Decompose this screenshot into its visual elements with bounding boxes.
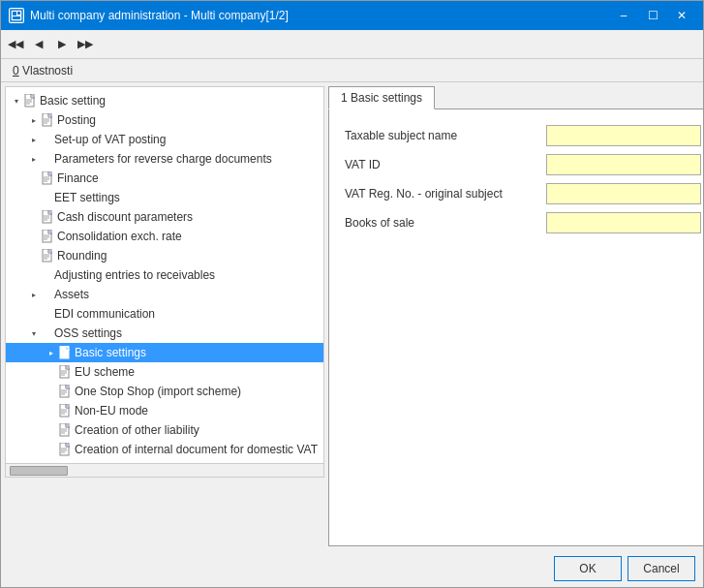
- tree-item-eet[interactable]: EET settings: [6, 188, 323, 207]
- tree-item-assets[interactable]: ▸Assets: [6, 285, 323, 304]
- tree-label-assets: Assets: [54, 288, 89, 301]
- tree-item-creation-internal-doc[interactable]: Creation of internal document for domest…: [6, 440, 323, 459]
- tree-scrollbar-horizontal[interactable]: [5, 464, 324, 478]
- tree-label-edi: EDI communication: [54, 307, 155, 321]
- form-row-books-of-sale: Books of sale: [345, 212, 701, 233]
- tree-arrow-cash-discount[interactable]: [27, 210, 41, 224]
- form-input-taxable-subject-name[interactable]: [546, 125, 701, 146]
- close-button[interactable]: ✕: [668, 5, 695, 26]
- tree-item-edi[interactable]: EDI communication: [6, 304, 323, 324]
- tree-item-rounding[interactable]: Rounding: [6, 246, 323, 265]
- tree-arrow-basic-setting[interactable]: ▾: [10, 94, 23, 108]
- form-label-vat-id: VAT ID: [345, 158, 538, 171]
- tree-arrow-vat-posting[interactable]: ▸: [27, 133, 41, 146]
- tree-item-consolidation[interactable]: Consolidation exch. rate: [6, 227, 323, 246]
- nav-last-button[interactable]: ▶▶: [75, 34, 96, 55]
- tree-arrow-one-stop-shop[interactable]: [45, 385, 58, 398]
- maximize-button[interactable]: ☐: [639, 5, 666, 26]
- tree-item-finance[interactable]: Finance: [6, 169, 323, 188]
- tree-item-one-stop-shop[interactable]: One Stop Shop (import scheme): [6, 382, 323, 401]
- menu-vlastnosti[interactable]: 0 Vlastnosti: [5, 62, 80, 79]
- tree-arrow-reverse-charge[interactable]: ▸: [27, 152, 41, 166]
- form-label-books-of-sale: Books of sale: [345, 216, 538, 230]
- tree-arrow-finance[interactable]: [27, 171, 41, 185]
- main-window: Multi company administration - Multi com…: [0, 0, 704, 588]
- tree-item-creation-other-liability[interactable]: Creation of other liability: [6, 420, 323, 440]
- tree-arrow-consolidation[interactable]: [27, 230, 41, 243]
- tree-label-creation-other-liability: Creation of other liability: [75, 423, 199, 437]
- tree-doc-icon-rounding: [41, 249, 54, 263]
- form-input-vat-id[interactable]: [546, 154, 701, 175]
- nav-first-button[interactable]: ◀◀: [5, 34, 26, 55]
- tree-arrow-eet[interactable]: [27, 191, 41, 204]
- tree-arrow-creation-internal-doc[interactable]: [45, 443, 58, 456]
- tree-label-oss-settings: OSS settings: [54, 326, 122, 340]
- svg-rect-3: [13, 16, 20, 19]
- tree-item-vat-posting[interactable]: ▸Set-up of VAT posting: [6, 130, 323, 149]
- tree-arrow-eu-scheme[interactable]: [45, 365, 58, 379]
- tree-arrow-basic-settings-oss[interactable]: ▸: [45, 346, 58, 359]
- tree-doc-icon-non-eu-mode: [58, 404, 72, 418]
- form-row-taxable-subject-name: Taxable subject name: [345, 125, 701, 146]
- tree-doc-icon-creation-other-liability: [58, 423, 72, 437]
- tree-item-non-eu-mode[interactable]: Non-EU mode: [6, 401, 323, 420]
- tree-label-eu-scheme: EU scheme: [75, 365, 135, 379]
- tree-item-posting[interactable]: ▸ Posting: [6, 110, 323, 130]
- tree-item-reverse-charge[interactable]: ▸Parameters for reverse charge documents: [6, 149, 323, 169]
- tree-label-one-stop-shop: One Stop Shop (import scheme): [75, 385, 241, 398]
- form-row-vat-id: VAT ID: [345, 154, 701, 175]
- tree-arrow-adjusting[interactable]: [27, 268, 41, 282]
- tree-doc-icon-cash-discount: [41, 210, 54, 224]
- tree-label-consolidation: Consolidation exch. rate: [57, 230, 182, 243]
- tree-arrow-posting[interactable]: ▸: [27, 113, 41, 127]
- form-input-books-of-sale[interactable]: [546, 212, 701, 233]
- tab-strip: 1 Basic settings: [328, 86, 703, 108]
- tab-content: Taxable subject nameVAT IDVAT Reg. No. -…: [328, 108, 703, 546]
- nav-next-button[interactable]: ▶: [51, 34, 73, 55]
- tree-label-reverse-charge: Parameters for reverse charge documents: [54, 152, 272, 166]
- nav-prev-button[interactable]: ◀: [28, 34, 49, 55]
- tree-arrow-edi[interactable]: [27, 307, 41, 321]
- tree-arrow-rounding[interactable]: [27, 249, 41, 263]
- tree-arrow-assets[interactable]: ▸: [27, 288, 41, 301]
- tree-item-adjusting[interactable]: Adjusting entries to receivables: [6, 265, 323, 285]
- tree-doc-icon-finance: [41, 171, 54, 185]
- tree-doc-icon-one-stop-shop: [58, 385, 72, 398]
- tree-label-adjusting: Adjusting entries to receivables: [54, 268, 215, 282]
- tree-label-finance: Finance: [57, 171, 99, 185]
- tree-doc-icon-creation-internal-doc: [58, 443, 72, 456]
- form-label-taxable-subject-name: Taxable subject name: [345, 129, 538, 142]
- tree-item-oss-settings[interactable]: ▾OSS settings: [6, 324, 323, 343]
- window-title: Multi company administration - Multi com…: [30, 9, 604, 22]
- svg-rect-2: [17, 12, 20, 15]
- menu-bar: 0 Vlastnosti: [1, 59, 703, 82]
- tree-arrow-creation-other-liability[interactable]: [45, 423, 58, 437]
- tree-label-vat-posting: Set-up of VAT posting: [54, 133, 166, 146]
- window-icon: [9, 8, 24, 23]
- tree-label-non-eu-mode: Non-EU mode: [75, 404, 148, 418]
- tree-doc-icon-posting: [41, 113, 54, 127]
- tree-panel[interactable]: ▾ Basic setting▸ Posting▸Set-up of VAT p…: [5, 86, 324, 464]
- cancel-button[interactable]: Cancel: [627, 556, 695, 581]
- toolbar: ◀◀ ◀ ▶ ▶▶: [1, 30, 703, 59]
- menu-vlastnosti-label: 0: [13, 64, 19, 77]
- form-input-vat-reg-no[interactable]: [546, 183, 701, 204]
- ok-button[interactable]: OK: [554, 556, 622, 581]
- tree-label-rounding: Rounding: [57, 249, 107, 263]
- tree-doc-icon-basic-settings-oss: [58, 346, 72, 359]
- form-label-vat-reg-no: VAT Reg. No. - original subject: [345, 187, 538, 201]
- title-bar: Multi company administration - Multi com…: [1, 1, 703, 30]
- minimize-button[interactable]: –: [610, 5, 637, 26]
- svg-rect-1: [13, 12, 16, 15]
- tree-item-basic-setting[interactable]: ▾ Basic setting: [6, 91, 323, 110]
- tree-doc-icon-basic-setting: [23, 94, 37, 108]
- tab-basic-settings[interactable]: 1 Basic settings: [328, 86, 435, 109]
- tab-basic-settings-label: 1 Basic settings: [341, 91, 422, 105]
- tree-arrow-non-eu-mode[interactable]: [45, 404, 58, 418]
- tree-item-cash-discount[interactable]: Cash discount parameters: [6, 207, 323, 227]
- tree-item-basic-settings-oss[interactable]: ▸ Basic settings: [6, 343, 323, 362]
- right-panel: 1 Basic settings Taxable subject nameVAT…: [328, 86, 703, 546]
- tree-item-eu-scheme[interactable]: EU scheme: [6, 362, 323, 382]
- tree-label-basic-settings-oss: Basic settings: [75, 346, 146, 359]
- tree-arrow-oss-settings[interactable]: ▾: [27, 326, 41, 340]
